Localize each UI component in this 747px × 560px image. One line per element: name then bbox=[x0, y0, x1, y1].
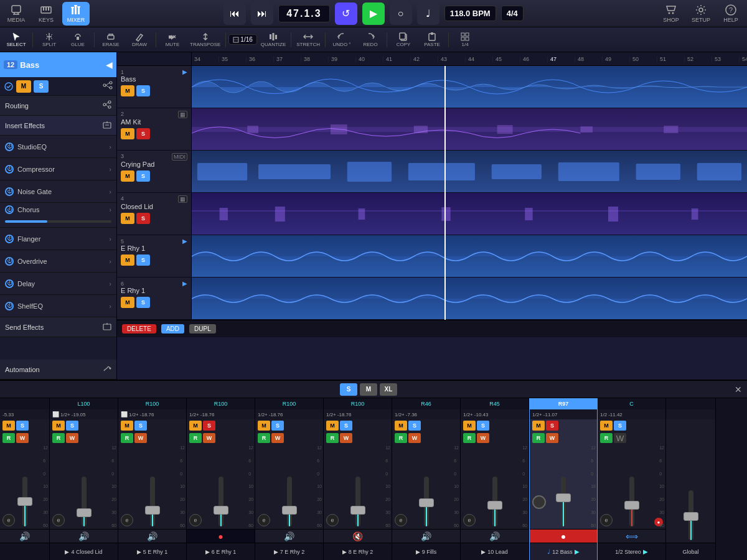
quantize-display[interactable]: 1/16 bbox=[228, 34, 256, 45]
delay-effect[interactable]: ⏻ Delay › bbox=[0, 273, 116, 295]
mixer-channel-erhy1[interactable]: R100 ⬜ 1/2+ -18.76 M S R W e bbox=[118, 398, 187, 560]
fader-thumb-erhy2[interactable] bbox=[282, 506, 297, 515]
fader-thumb-bass[interactable] bbox=[556, 493, 571, 502]
ch-solo-lead[interactable]: S bbox=[477, 421, 489, 431]
ch-e-lead[interactable]: e bbox=[463, 514, 476, 526]
noisegate-power[interactable]: ⏻ bbox=[5, 187, 14, 196]
ch-w-fills[interactable]: W bbox=[408, 433, 421, 443]
fader-track-erhy1-2[interactable] bbox=[218, 477, 223, 526]
ch-r-fills[interactable]: R bbox=[395, 433, 407, 443]
track-header[interactable]: 12 Bass ◀ bbox=[0, 52, 116, 77]
fader-thumb-partial[interactable] bbox=[17, 497, 32, 506]
ch-w-erhy1[interactable]: W bbox=[134, 433, 147, 443]
mixer-channel-erhy1-2[interactable]: R100 1/2+ -18.76 M S R W e 126010203 bbox=[187, 398, 255, 560]
track5-mute[interactable]: M bbox=[121, 254, 134, 266]
transpose-tool[interactable]: TRANSPOSE bbox=[187, 29, 223, 51]
ch-knob-bass[interactable] bbox=[532, 495, 546, 509]
ch-w-partial[interactable]: W bbox=[16, 433, 29, 443]
delay-power[interactable]: ⏻ bbox=[5, 279, 14, 288]
flanger-effect[interactable]: ⏻ Flanger › bbox=[0, 228, 116, 250]
track3-mute[interactable]: M bbox=[121, 170, 134, 182]
shop-button[interactable]: SHOP bbox=[657, 2, 685, 26]
ch-mute-fills[interactable]: M bbox=[395, 421, 407, 431]
ch-s-partial[interactable]: S bbox=[16, 421, 29, 431]
ch-r-stereo[interactable]: R bbox=[600, 433, 613, 443]
ch-e-erhy2-2[interactable]: e bbox=[326, 514, 339, 526]
fader-thumb-erhy2-2[interactable] bbox=[350, 506, 365, 515]
ch-e-erhy2[interactable]: e bbox=[258, 514, 270, 526]
paste-button[interactable]: PASTE bbox=[418, 29, 446, 51]
ch-r-lead[interactable]: R bbox=[463, 433, 476, 443]
fader-track-stereo[interactable] bbox=[629, 477, 634, 526]
mixer-channel-erhy2-2[interactable]: R100 1/2+ -18.76 M S R W e 126010203 bbox=[324, 398, 392, 560]
ch-mute-erhy1-2[interactable]: M bbox=[189, 421, 202, 431]
m-size-button[interactable]: M bbox=[360, 383, 377, 396]
mixer-channel-closedlid[interactable]: L100 ⬜ 1/2+ -19.05 M S R W e bbox=[50, 398, 118, 560]
ch-e-closedlid[interactable]: e bbox=[52, 514, 65, 526]
fader-thumb-erhy1[interactable] bbox=[145, 506, 160, 515]
studioeq-power[interactable]: ⏻ bbox=[5, 142, 14, 151]
split-tool[interactable]: SPLIT bbox=[35, 29, 63, 51]
ch-mute-erhy1[interactable]: M bbox=[121, 421, 133, 431]
compressor-effect[interactable]: ⏻ Compressor › bbox=[0, 158, 116, 180]
solo-button[interactable]: S bbox=[34, 80, 49, 93]
ch-mute-bass[interactable]: M bbox=[532, 421, 545, 431]
media-tab[interactable]: MEDIA bbox=[2, 2, 30, 26]
ch-w-stereo[interactable]: W bbox=[614, 433, 626, 443]
noisegate-effect[interactable]: ⏻ Noise Gate › bbox=[0, 180, 116, 203]
bpm-display[interactable]: 118.0 BPM bbox=[444, 6, 496, 21]
ch-solo-erhy1[interactable]: S bbox=[134, 421, 147, 431]
ch-w-erhy2-2[interactable]: W bbox=[340, 433, 352, 443]
ch-solo-erhy1-2[interactable]: S bbox=[203, 421, 215, 431]
mixer-close-button[interactable]: ✕ bbox=[735, 385, 742, 394]
mixer-tab[interactable]: MIXER bbox=[62, 2, 90, 26]
fader-thumb-lead[interactable] bbox=[487, 501, 502, 510]
ch-e-erhy1-2[interactable]: e bbox=[189, 514, 202, 526]
ch-r-bass[interactable]: R bbox=[532, 433, 545, 443]
record-button[interactable]: ○ bbox=[390, 2, 412, 25]
ch-w-closedlid[interactable]: W bbox=[66, 433, 78, 443]
track6-solo[interactable]: S bbox=[136, 297, 150, 308]
select-tool[interactable]: SELECT bbox=[2, 29, 30, 51]
grid-button[interactable]: 1/4 bbox=[451, 29, 479, 51]
s-size-button[interactable]: S bbox=[340, 383, 357, 396]
redo-button[interactable]: REDO bbox=[357, 29, 384, 51]
ch-w-bass[interactable]: W bbox=[546, 433, 558, 443]
setup-button[interactable]: SETUP bbox=[687, 2, 715, 26]
fader-track-fills[interactable] bbox=[424, 477, 429, 526]
overdrive-effect[interactable]: ⏻ Overdrive › bbox=[0, 250, 116, 273]
fader-track-closedlid[interactable] bbox=[82, 477, 87, 526]
erase-tool[interactable]: ERASE bbox=[97, 29, 125, 51]
fader-thumb-erhy1-2[interactable] bbox=[214, 506, 228, 515]
delete-button[interactable]: DELETE bbox=[122, 324, 156, 334]
glue-tool[interactable]: GLUE bbox=[64, 29, 92, 51]
fader-track-global[interactable] bbox=[688, 490, 693, 540]
ch-r-erhy2[interactable]: R bbox=[258, 433, 270, 443]
fader-thumb-global[interactable] bbox=[684, 512, 698, 521]
loop-button[interactable]: ↺ bbox=[335, 2, 357, 25]
chorus-slider[interactable] bbox=[5, 220, 111, 223]
mixer-channel-lead[interactable]: R45 1/2+ -10.43 M S R W e 1260102030 bbox=[461, 398, 529, 560]
mixer-channel-fills[interactable]: R46 1/2+ -7.36 M S R W e 12601020306 bbox=[392, 398, 461, 560]
play-button[interactable]: ▶ bbox=[362, 2, 385, 25]
ch-mute-erhy2[interactable]: M bbox=[258, 421, 270, 431]
ch-w-erhy2[interactable]: W bbox=[271, 433, 284, 443]
automation-header[interactable]: Automation bbox=[0, 360, 116, 380]
fader-track-erhy1[interactable] bbox=[150, 477, 155, 526]
ch-w-lead[interactable]: W bbox=[477, 433, 489, 443]
keys-tab[interactable]: KEYS bbox=[32, 2, 60, 26]
mixer-channel-stereo[interactable]: C 1/2 -11.42 M S R W e ● 126 bbox=[598, 398, 666, 560]
ch-e-stereo[interactable]: e bbox=[600, 514, 613, 526]
timesig-display[interactable]: 4/4 bbox=[501, 6, 524, 21]
help-button[interactable]: ? HELP bbox=[717, 2, 745, 26]
track1-solo[interactable]: S bbox=[136, 85, 150, 96]
ch-r-erhy1[interactable]: R bbox=[121, 433, 133, 443]
flanger-power[interactable]: ⏻ bbox=[5, 235, 14, 243]
ch-e-erhy1[interactable]: e bbox=[121, 514, 133, 526]
fader-thumb-fills[interactable] bbox=[419, 498, 434, 507]
ch-e-fills[interactable]: e bbox=[395, 514, 407, 526]
copy-button[interactable]: COPY bbox=[390, 29, 417, 51]
ch-mute-erhy2-2[interactable]: M bbox=[326, 421, 339, 431]
ch-mute-stereo[interactable]: M bbox=[600, 421, 613, 431]
track3-solo[interactable]: S bbox=[136, 170, 150, 182]
